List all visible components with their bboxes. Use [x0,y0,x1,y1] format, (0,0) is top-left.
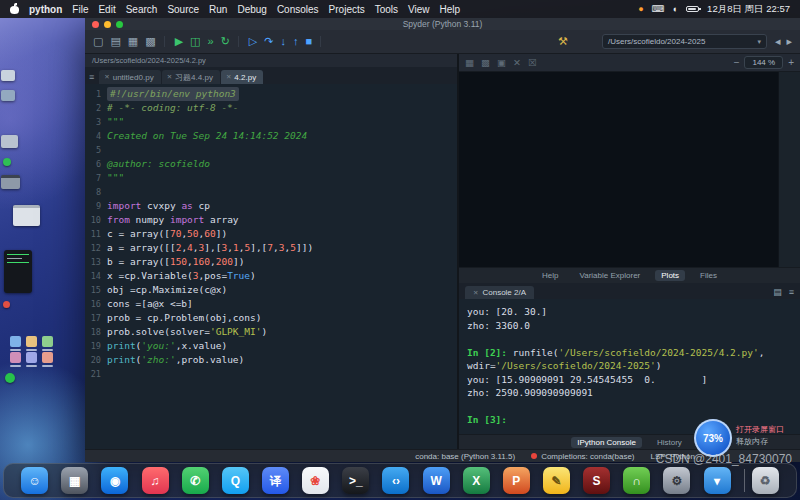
save-plot-icon[interactable]: ▦ [465,57,474,68]
status-widget-icon[interactable]: ● [638,5,643,14]
save-icon[interactable]: ▦ [128,36,138,47]
memory-tooltip-line1[interactable]: 打开录屏窗口 [736,424,784,436]
console-tab[interactable]: ✕ Console 2/A [465,286,534,299]
dock-wechat[interactable]: ✆ [182,467,209,494]
desktop-window-thumbnail[interactable] [1,135,18,148]
desktop-window-thumbnail[interactable] [13,205,40,226]
terminal-window-thumbnail[interactable] [4,250,32,293]
dock-vscode[interactable]: ‹› [382,467,409,494]
menu-run[interactable]: Run [209,4,227,15]
minimize-button[interactable] [104,21,111,28]
dock-anaconda[interactable]: ∩ [623,467,650,494]
step-into-icon[interactable]: ↓ [281,36,287,47]
console-bottom-tab-ipython-console[interactable]: IPython Console [571,437,642,448]
desktop-icon[interactable] [42,352,53,363]
desktop-window-thumbnail[interactable] [1,175,20,189]
desktop-window-thumbnail[interactable] [1,90,15,101]
desktop-icon[interactable] [26,352,37,363]
dock-translate[interactable]: 译 [262,467,289,494]
green-app-icon[interactable] [5,373,15,383]
dock-photos[interactable]: ❀ [302,467,329,494]
menu-help[interactable]: Help [440,4,461,15]
back-icon[interactable]: ◂ [775,36,781,47]
dock-qq[interactable]: Q [222,467,249,494]
dock-system-settings[interactable]: ⚙ [663,467,690,494]
menu-projects[interactable]: Projects [329,4,365,15]
menu-search[interactable]: Search [126,4,158,15]
close-tab-icon[interactable]: ✕ [104,73,109,81]
browse-tabs-icon[interactable]: ≡ [87,72,98,84]
rerun-cell-icon[interactable]: ↻ [221,36,230,47]
stop-debug-icon[interactable]: ■ [306,36,313,47]
zoom-in-icon[interactable]: + [788,57,794,68]
dock-excel[interactable]: X [463,467,490,494]
zoom-button[interactable] [116,21,123,28]
console-bottom-tab-history[interactable]: History [651,437,688,448]
menubar-clock[interactable]: 12月8日 周日 22:57 [707,3,790,16]
dock-word[interactable]: W [423,467,450,494]
dock-downloads-folder[interactable]: ▾ [704,467,731,494]
plots-thumbnail-strip[interactable] [778,72,800,267]
remove-plot-icon[interactable]: ✕ [513,57,521,68]
battery-icon[interactable] [686,6,699,12]
panel-tab-plots[interactable]: Plots [655,270,685,281]
editor-tab[interactable]: ✕4.2.py [221,70,263,84]
open-file-icon[interactable]: ▤ [110,36,120,47]
menu-edit[interactable]: Edit [98,4,115,15]
dock-safari[interactable]: ◉ [101,467,128,494]
screen-mirroring-icon[interactable]: ◐ [673,5,678,14]
remove-all-plots-icon[interactable]: ☒ [528,57,537,68]
close-tab-icon[interactable]: ✕ [167,73,172,81]
completions-status[interactable]: Completions: conda(base) [531,452,634,461]
copy-plot-icon[interactable]: ▣ [497,57,506,68]
dock-launchpad[interactable]: ▦ [61,467,88,494]
working-directory-select[interactable]: /Users/scofieldo/2024-2025 ▾ [602,34,767,49]
close-console-icon[interactable]: ✕ [473,289,478,297]
step-out-icon[interactable]: ↑ [293,36,299,47]
dock-notes[interactable]: ✎ [543,467,570,494]
conda-env-status[interactable]: conda: base (Python 3.11.5) [415,452,515,461]
menu-view[interactable]: View [408,4,430,15]
close-tab-icon[interactable]: ✕ [226,73,231,81]
menu-tools[interactable]: Tools [375,4,398,15]
input-source-icon[interactable]: ⌨ [652,5,665,14]
code-editor[interactable]: 1#!/usr/bin/env python32# -*- coding: ut… [85,84,457,449]
panel-tab-help[interactable]: Help [536,270,564,281]
run-cell-icon[interactable]: ◫ [190,36,200,47]
forward-icon[interactable]: ▸ [786,36,792,47]
desktop-window-thumbnail[interactable] [1,70,15,81]
editor-tab[interactable]: ✕untitled0.py [99,70,160,84]
menu-consoles[interactable]: Consoles [277,4,319,15]
step-over-icon[interactable]: ↷ [264,36,273,47]
dock-terminal[interactable]: >_ [342,467,369,494]
desktop-icon[interactable] [10,352,21,363]
menu-file[interactable]: File [72,4,88,15]
wechat-notification-icon[interactable] [3,158,11,166]
editor-tab[interactable]: ✕习题4.4.py [162,70,220,84]
panel-tab-files[interactable]: Files [694,270,723,281]
menubar-app-name[interactable]: python [29,4,62,15]
inspect-icon[interactable]: ▤ [773,287,782,297]
preferences-icon[interactable]: ⚒ [558,35,568,48]
save-all-icon[interactable]: ▩ [145,36,155,47]
dock-powerpoint[interactable]: P [503,467,530,494]
run-file-icon[interactable]: ▶ [175,36,183,47]
run-cell-advance-icon[interactable]: » [208,36,214,47]
zoom-out-icon[interactable]: − [734,57,740,68]
zoom-level[interactable]: 144 % [744,56,783,69]
desktop-icon[interactable] [26,336,37,347]
save-all-plots-icon[interactable]: ▩ [481,57,490,68]
dock-finder[interactable]: ☺ [21,467,48,494]
desktop-icon[interactable] [42,336,53,347]
dock-music[interactable]: ♫ [142,467,169,494]
close-button[interactable] [92,21,99,28]
apple-menu-icon[interactable] [10,4,19,14]
dock-spyder[interactable]: S [583,467,610,494]
ipython-console-output[interactable]: you: [20. 30.]zho: 3360.0In [2]: runfile… [459,299,800,434]
options-menu-icon[interactable]: ≡ [789,287,794,297]
panel-tab-variable-explorer[interactable]: Variable Explorer [573,270,646,281]
desktop-icon[interactable] [10,336,21,347]
menu-debug[interactable]: Debug [237,4,266,15]
menu-source[interactable]: Source [167,4,199,15]
app-badge-icon[interactable] [3,301,10,308]
